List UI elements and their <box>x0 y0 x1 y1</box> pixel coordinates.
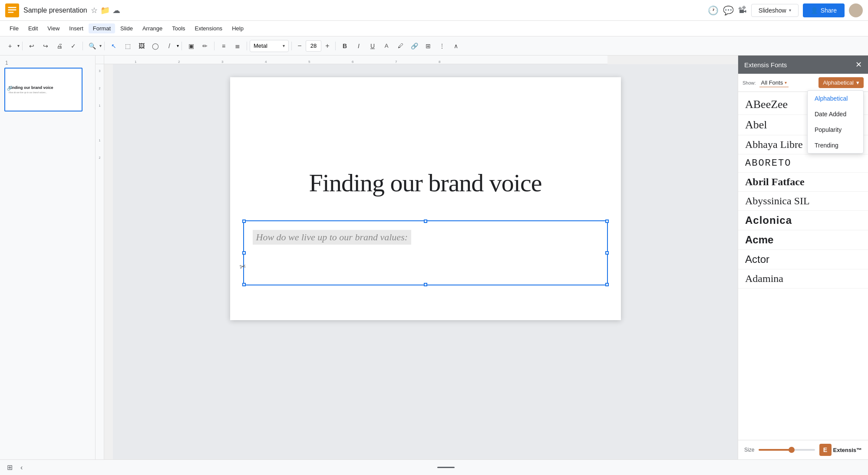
handle-bottom-right[interactable] <box>605 283 609 286</box>
sort-option-popularity[interactable]: Popularity <box>808 122 863 138</box>
collapse-toolbar-button[interactable]: ∧ <box>449 39 462 52</box>
fill-color-button[interactable]: ▣ <box>185 39 198 52</box>
history-icon[interactable]: 🕐 <box>708 5 719 16</box>
grid-view-button[interactable]: ⊞ <box>5 462 14 473</box>
separator-8 <box>335 42 336 50</box>
print-button[interactable]: 🖨 <box>53 39 66 52</box>
menu-format[interactable]: Format <box>89 23 115 33</box>
menu-insert[interactable]: Insert <box>65 23 88 33</box>
menu-slide[interactable]: Slide <box>116 23 137 33</box>
share-button[interactable]: 👤 Share <box>803 3 845 17</box>
svg-rect-3 <box>8 12 13 13</box>
title-bar: Sample presentation ☆ 📁 ☁ 🕐 💬 📽 Slidesho… <box>0 0 868 21</box>
menu-edit[interactable]: Edit <box>24 23 42 33</box>
fonts-panel-title: Extensis Fonts <box>744 61 787 69</box>
slide-title: Finding our brand voice <box>256 168 595 197</box>
handle-top-mid[interactable] <box>424 219 427 223</box>
spell-check-button[interactable]: ✓ <box>67 39 80 52</box>
font-name-adamina: Adamina <box>745 273 783 284</box>
handle-top-left[interactable] <box>242 219 246 223</box>
slideshow-button[interactable]: Slideshow ▾ <box>751 4 799 17</box>
font-item-aboreto[interactable]: ABORETO <box>738 154 868 173</box>
font-size-input[interactable] <box>306 40 321 52</box>
shape-tool[interactable]: ◯ <box>149 39 162 52</box>
more-options-button[interactable]: ⋮ <box>436 39 449 52</box>
slideshow-label: Slideshow <box>759 7 786 14</box>
handle-mid-right[interactable] <box>605 251 609 255</box>
sort-option-trending[interactable]: Trending <box>808 138 863 153</box>
zoom-dropdown[interactable]: ▾ <box>99 43 102 48</box>
size-slider[interactable] <box>759 449 815 451</box>
slide-number-1: 1 <box>5 60 91 66</box>
menu-tools[interactable]: Tools <box>168 23 189 33</box>
sort-option-date[interactable]: Date Added <box>808 106 863 122</box>
cloud-icon[interactable]: ☁ <box>112 6 120 15</box>
handle-bottom-mid[interactable] <box>424 283 427 286</box>
comment-icon[interactable]: 💬 <box>723 5 734 16</box>
menu-extensions[interactable]: Extensions <box>191 23 227 33</box>
show-dropdown[interactable]: All Fonts ▾ <box>759 79 789 87</box>
menu-arrange[interactable]: Arrange <box>138 23 167 33</box>
cursor-tool[interactable]: ↖ <box>107 39 120 52</box>
undo-button[interactable]: ↩ <box>25 39 38 52</box>
font-item-actor[interactable]: Actor <box>738 250 868 269</box>
line-tool[interactable]: / <box>163 39 176 52</box>
add-dropdown-arrow[interactable]: ▾ <box>17 43 20 48</box>
slide-editor[interactable]: Finding our brand voice How do we live u… <box>113 64 738 459</box>
font-family-selector[interactable]: Metal ▾ <box>250 40 289 52</box>
font-size-control: − + <box>294 40 333 52</box>
increase-font-size[interactable]: + <box>322 41 333 51</box>
menu-view[interactable]: View <box>43 23 64 33</box>
fonts-panel-bottom: Size E Extensis™ <box>738 440 868 459</box>
font-name-display: Metal <box>254 43 283 49</box>
handle-bottom-left[interactable] <box>242 283 246 286</box>
decrease-font-size[interactable]: − <box>294 41 305 51</box>
ruler-horizontal: 1 2 3 4 5 6 7 8 <box>104 56 607 64</box>
line-dropdown[interactable]: ▾ <box>177 43 179 48</box>
fonts-controls: Show: All Fonts ▾ Alphabetical ▾ Alphabe… <box>738 74 868 92</box>
align-justify-button[interactable]: ≣ <box>231 39 244 52</box>
editor-area: 3 2 1 1 2 1 2 3 4 5 6 7 8 <box>96 56 738 459</box>
link-button[interactable]: 🔗 <box>408 39 421 52</box>
star-icon[interactable]: ☆ <box>91 6 98 15</box>
menu-file[interactable]: File <box>5 23 23 33</box>
slide-subtitle-box[interactable]: How do we live up to our brand values: ✂ <box>243 220 608 285</box>
handle-mid-left[interactable] <box>242 251 246 255</box>
font-name-aboreto: ABORETO <box>745 158 791 169</box>
slide-thumbnail-1[interactable]: Finding our brand voice How do we live u… <box>4 68 83 111</box>
present-icon[interactable]: 📽 <box>738 5 747 15</box>
svg-rect-1 <box>8 7 16 8</box>
text-color-button[interactable]: A <box>380 39 393 52</box>
image-tool[interactable]: 🖼 <box>135 39 148 52</box>
slide-thumb-content: Finding our brand voice How do we live u… <box>5 82 82 97</box>
slideshow-dropdown-arrow: ▾ <box>789 8 791 13</box>
user-avatar[interactable] <box>849 3 863 17</box>
table-button[interactable]: ⊞ <box>422 39 435 52</box>
redo-button[interactable]: ↪ <box>39 39 52 52</box>
select-tool[interactable]: ⬚ <box>121 39 134 52</box>
font-item-adamina[interactable]: Adamina <box>738 269 868 288</box>
separator-5 <box>214 42 215 50</box>
zoom-button[interactable]: 🔍 <box>86 39 99 52</box>
align-left-button[interactable]: ≡ <box>217 39 230 52</box>
thumb-subtitle: How do we live up to our brand values... <box>9 91 78 94</box>
highlight-button[interactable]: 🖊 <box>394 39 407 52</box>
sort-option-alphabetical[interactable]: Alphabetical <box>808 91 863 106</box>
fonts-panel-close-button[interactable]: ✕ <box>855 60 862 69</box>
folder-icon[interactable]: 📁 <box>100 6 110 15</box>
font-item-acme[interactable]: Acme <box>738 230 868 250</box>
border-color-button[interactable]: ✏ <box>198 39 211 52</box>
font-item-aclonica[interactable]: Aclonica <box>738 211 868 230</box>
sort-dropdown-button[interactable]: Alphabetical ▾ <box>818 77 864 88</box>
font-item-abril[interactable]: Abril Fatface <box>738 173 868 192</box>
show-dropdown-arrow: ▾ <box>785 80 787 85</box>
add-button[interactable]: + <box>3 39 17 52</box>
underline-button[interactable]: U <box>366 39 379 52</box>
handle-top-right[interactable] <box>605 219 609 223</box>
bold-button[interactable]: B <box>338 39 351 52</box>
italic-button[interactable]: I <box>352 39 365 52</box>
font-item-abyssinica[interactable]: Abyssinica SIL <box>738 192 868 211</box>
collapse-panel-button[interactable]: ‹ <box>19 462 24 473</box>
menu-help[interactable]: Help <box>228 23 248 33</box>
font-dropdown-arrow[interactable]: ▾ <box>283 43 285 48</box>
